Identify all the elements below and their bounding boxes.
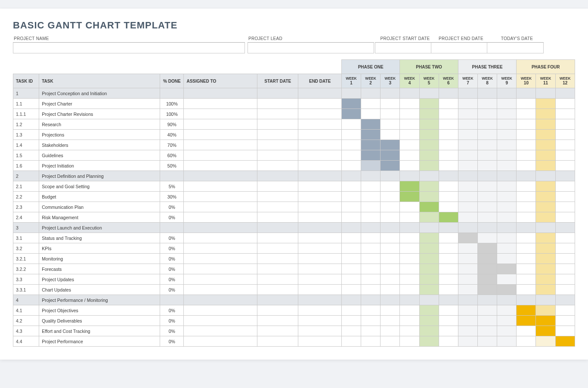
- task-id-cell[interactable]: 3.3.1: [13, 285, 39, 295]
- assigned-to-cell[interactable]: [184, 223, 257, 233]
- gantt-cell-w3[interactable]: [381, 171, 400, 181]
- gantt-cell-w9[interactable]: [497, 274, 517, 285]
- gantt-cell-w11[interactable]: [536, 285, 555, 295]
- gantt-cell-w4[interactable]: [400, 305, 419, 316]
- pct-done-cell[interactable]: [160, 88, 184, 99]
- gantt-cell-w10[interactable]: [517, 233, 536, 243]
- gantt-cell-w12[interactable]: [555, 140, 575, 150]
- gantt-cell-w7[interactable]: [458, 161, 477, 171]
- start-date-cell[interactable]: [257, 264, 298, 274]
- gantt-cell-w2[interactable]: [361, 264, 381, 274]
- task-name-cell[interactable]: Project Performance / Monitoring: [39, 295, 160, 305]
- assigned-to-cell[interactable]: [184, 295, 257, 305]
- gantt-cell-w8[interactable]: [477, 130, 497, 140]
- pct-done-cell[interactable]: 40%: [160, 130, 184, 140]
- start-date-cell[interactable]: [257, 305, 298, 316]
- gantt-cell-w1[interactable]: [341, 130, 361, 140]
- gantt-cell-w12[interactable]: [555, 119, 575, 130]
- gantt-cell-w8[interactable]: [477, 316, 497, 326]
- gantt-cell-w8[interactable]: [477, 326, 497, 336]
- pct-done-cell[interactable]: 0%: [160, 233, 184, 243]
- task-name-cell[interactable]: Project Conception and Initiation: [39, 88, 160, 99]
- start-date-cell[interactable]: [257, 212, 298, 223]
- gantt-cell-w2[interactable]: [361, 181, 381, 192]
- end-date-cell[interactable]: [298, 99, 341, 109]
- task-name-cell[interactable]: Project Objectives: [39, 305, 160, 316]
- gantt-cell-w2[interactable]: [361, 212, 381, 223]
- task-name-cell[interactable]: Project Charter Revisions: [39, 109, 160, 119]
- end-date-cell[interactable]: [298, 305, 341, 316]
- gantt-cell-w7[interactable]: [458, 233, 477, 243]
- gantt-cell-w3[interactable]: [381, 223, 400, 233]
- assigned-to-cell[interactable]: [184, 264, 257, 274]
- gantt-cell-w5[interactable]: [419, 285, 439, 295]
- gantt-cell-w5[interactable]: [419, 88, 439, 99]
- gantt-cell-w4[interactable]: [400, 181, 419, 192]
- gantt-cell-w1[interactable]: [341, 171, 361, 181]
- pct-done-cell[interactable]: 0%: [160, 274, 184, 285]
- gantt-cell-w8[interactable]: [477, 254, 497, 264]
- gantt-cell-w6[interactable]: [439, 336, 458, 347]
- gantt-cell-w3[interactable]: [381, 233, 400, 243]
- assigned-to-cell[interactable]: [184, 233, 257, 243]
- pct-done-cell[interactable]: [160, 295, 184, 305]
- gantt-cell-w5[interactable]: [419, 192, 439, 202]
- gantt-cell-w2[interactable]: [361, 274, 381, 285]
- gantt-cell-w1[interactable]: [341, 192, 361, 202]
- gantt-cell-w3[interactable]: [381, 192, 400, 202]
- gantt-cell-w9[interactable]: [497, 336, 517, 347]
- gantt-cell-w2[interactable]: [361, 316, 381, 326]
- gantt-cell-w6[interactable]: [439, 295, 458, 305]
- gantt-cell-w1[interactable]: [341, 150, 361, 161]
- gantt-cell-w4[interactable]: [400, 295, 419, 305]
- gantt-cell-w6[interactable]: [439, 109, 458, 119]
- gantt-cell-w5[interactable]: [419, 212, 439, 223]
- gantt-cell-w4[interactable]: [400, 285, 419, 295]
- gantt-cell-w1[interactable]: [341, 274, 361, 285]
- gantt-cell-w1[interactable]: [341, 223, 361, 233]
- gantt-cell-w3[interactable]: [381, 305, 400, 316]
- gantt-cell-w10[interactable]: [517, 326, 536, 336]
- gantt-cell-w4[interactable]: [400, 233, 419, 243]
- gantt-cell-w5[interactable]: [419, 223, 439, 233]
- gantt-cell-w2[interactable]: [361, 88, 381, 99]
- start-date-cell[interactable]: [257, 274, 298, 285]
- gantt-cell-w6[interactable]: [439, 305, 458, 316]
- task-id-cell[interactable]: 1.3: [13, 130, 39, 140]
- end-date-cell[interactable]: [298, 119, 341, 130]
- gantt-cell-w4[interactable]: [400, 274, 419, 285]
- end-date-cell[interactable]: [298, 109, 341, 119]
- gantt-cell-w12[interactable]: [555, 316, 575, 326]
- gantt-cell-w4[interactable]: [400, 223, 419, 233]
- gantt-cell-w11[interactable]: [536, 109, 555, 119]
- gantt-cell-w2[interactable]: [361, 326, 381, 336]
- gantt-cell-w1[interactable]: [341, 99, 361, 109]
- gantt-cell-w11[interactable]: [536, 223, 555, 233]
- assigned-to-cell[interactable]: [184, 274, 257, 285]
- gantt-cell-w1[interactable]: [341, 295, 361, 305]
- gantt-cell-w2[interactable]: [361, 243, 381, 254]
- gantt-cell-w6[interactable]: [439, 181, 458, 192]
- task-name-cell[interactable]: Scope and Goal Setting: [39, 181, 160, 192]
- gantt-cell-w5[interactable]: [419, 181, 439, 192]
- task-name-cell[interactable]: Project Definition and Planning: [39, 171, 160, 181]
- gantt-cell-w9[interactable]: [497, 243, 517, 254]
- start-date-cell[interactable]: [257, 285, 298, 295]
- task-name-cell[interactable]: Projections: [39, 130, 160, 140]
- start-date-cell[interactable]: [257, 243, 298, 254]
- gantt-cell-w6[interactable]: [439, 119, 458, 130]
- start-date-cell[interactable]: [257, 233, 298, 243]
- assigned-to-cell[interactable]: [184, 336, 257, 347]
- gantt-cell-w12[interactable]: [555, 305, 575, 316]
- gantt-cell-w10[interactable]: [517, 150, 536, 161]
- gantt-cell-w6[interactable]: [439, 316, 458, 326]
- task-id-cell[interactable]: 3.2.2: [13, 264, 39, 274]
- gantt-cell-w11[interactable]: [536, 202, 555, 212]
- gantt-cell-w2[interactable]: [361, 119, 381, 130]
- gantt-cell-w3[interactable]: [381, 99, 400, 109]
- gantt-cell-w1[interactable]: [341, 202, 361, 212]
- gantt-cell-w2[interactable]: [361, 171, 381, 181]
- gantt-cell-w6[interactable]: [439, 88, 458, 99]
- gantt-cell-w8[interactable]: [477, 88, 497, 99]
- gantt-cell-w2[interactable]: [361, 202, 381, 212]
